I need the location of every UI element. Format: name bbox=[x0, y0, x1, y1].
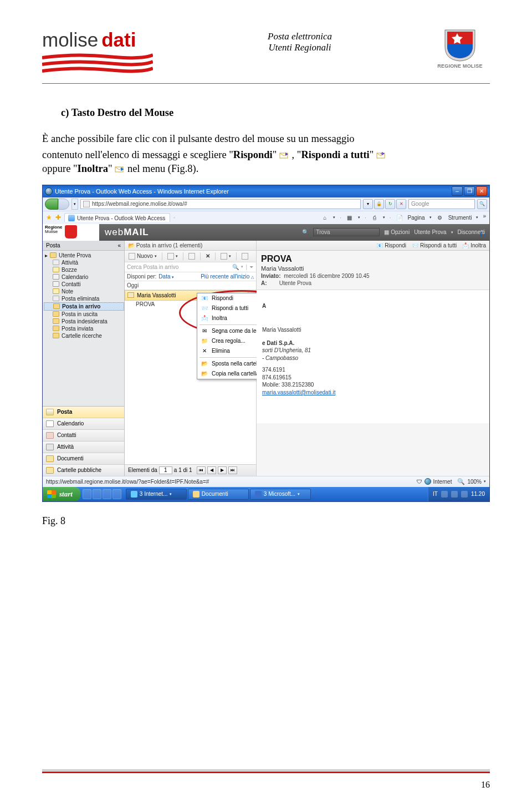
owa-brand-left: Regione Molise bbox=[43, 224, 99, 241]
user-menu[interactable]: Utente Prova bbox=[414, 229, 446, 235]
ql-4[interactable] bbox=[112, 489, 121, 499]
browser-tab[interactable]: Utente Prova - Outlook Web Access bbox=[64, 213, 170, 222]
zoom-control[interactable]: 🔍100%▾ bbox=[457, 478, 486, 485]
new-tab-button[interactable]: ▫ bbox=[173, 215, 175, 220]
page-icon bbox=[83, 201, 90, 207]
page-first[interactable]: ⏮ bbox=[197, 466, 206, 474]
tbtn-1[interactable]: ▾ bbox=[166, 252, 180, 260]
tray-icon-3[interactable] bbox=[461, 491, 468, 498]
list-search-row[interactable]: Cerca Posta in arrivo 🔍▾|⏷ bbox=[125, 262, 256, 272]
tree-inviata[interactable]: Posta inviata bbox=[44, 325, 124, 332]
search-go-button[interactable]: 🔍 bbox=[477, 199, 487, 209]
sort-by-date[interactable]: Data ▾ bbox=[158, 273, 174, 280]
page-from-input[interactable]: 1 bbox=[159, 466, 172, 474]
nav-cartelle-pubbliche[interactable]: Cartelle pubbliche bbox=[43, 464, 124, 476]
maximize-button[interactable]: ❐ bbox=[464, 186, 475, 196]
page-number: 16 bbox=[481, 780, 490, 790]
start-button[interactable]: start bbox=[43, 487, 80, 501]
trova-input[interactable]: Trova bbox=[313, 228, 380, 236]
tree-attivita[interactable]: Attività bbox=[44, 259, 124, 266]
tree-ricerche[interactable]: Cartelle ricerche bbox=[44, 332, 124, 339]
list-heading: 📂 Posta in arrivo (1 elementi) bbox=[125, 241, 256, 251]
back-button[interactable] bbox=[45, 199, 58, 210]
lang-indicator[interactable]: IT bbox=[433, 491, 438, 497]
task-word[interactable]: 3 Microsoft... ▾ bbox=[250, 489, 311, 500]
page-prev[interactable]: ◀ bbox=[207, 466, 216, 474]
nav-contatti[interactable]: Contatti bbox=[43, 429, 124, 441]
clock[interactable]: 11.20 bbox=[471, 491, 485, 497]
tree-contatti[interactable]: Contatti bbox=[44, 281, 124, 288]
brand-shield-icon bbox=[65, 225, 77, 238]
globe-icon bbox=[424, 478, 431, 485]
task-documents[interactable]: Documenti bbox=[188, 489, 249, 500]
stop-button[interactable]: ✕ bbox=[396, 199, 406, 209]
tree-root[interactable]: ▸Utente Prova bbox=[44, 252, 124, 259]
tree-eliminata[interactable]: Posta eliminata bbox=[44, 295, 124, 302]
webmail-logo: webMAIL bbox=[99, 227, 302, 238]
sort-order[interactable]: Più recente all'inizio △ bbox=[201, 273, 254, 280]
ssl-lock-icon: 🔒 bbox=[374, 199, 384, 209]
sort-row: Disponi per: Data ▾ Più recente all'iniz… bbox=[125, 272, 256, 281]
page-menu[interactable]: Pagina bbox=[408, 215, 425, 221]
new-button[interactable]: Nuovo ▾ bbox=[127, 252, 158, 260]
nav-calendario[interactable]: Calendario bbox=[43, 418, 124, 429]
tree-uscita[interactable]: Posta in uscita bbox=[44, 311, 124, 318]
task-ie[interactable]: 3 Internet... ▾ bbox=[126, 489, 187, 500]
page-last[interactable]: ⏭ bbox=[228, 466, 237, 474]
tbtn-4[interactable] bbox=[240, 252, 250, 260]
page-menu-icon[interactable]: 📄 bbox=[396, 214, 403, 221]
tray-icon-2[interactable] bbox=[451, 491, 458, 498]
paragraph-line-2: contenuto nell'elenco di messaggi e sceg… bbox=[42, 148, 490, 162]
nav-attivita[interactable]: Attività bbox=[43, 441, 124, 453]
tray-icon-1[interactable] bbox=[441, 491, 448, 498]
svg-rect-4 bbox=[42, 772, 490, 773]
pane-forward[interactable]: 📩 Inoltra bbox=[462, 242, 486, 248]
search-engine-box[interactable]: Google bbox=[408, 199, 475, 209]
tbtn-3[interactable]: ▾ bbox=[219, 252, 233, 260]
help-icon[interactable]: ℹ ▾ bbox=[480, 231, 486, 238]
tree-note[interactable]: Note bbox=[44, 288, 124, 295]
mail-icon bbox=[127, 292, 134, 298]
page-next[interactable]: ▶ bbox=[218, 466, 227, 474]
ql-2[interactable] bbox=[93, 489, 101, 499]
tree-inbox[interactable]: Posta in arrivo bbox=[44, 302, 124, 311]
tree-indesiderata[interactable]: Posta indesiderata bbox=[44, 318, 124, 325]
favorites-icon[interactable]: ★ bbox=[46, 214, 52, 221]
pane-reply[interactable]: 📧 Rispondi bbox=[376, 242, 406, 248]
paging-bar: Elementi da 1 a 1 di 1 ⏮ ◀ ▶ ⏭ bbox=[125, 464, 256, 476]
system-tray: IT 11.20 bbox=[428, 487, 489, 501]
nav-documenti[interactable]: Documenti bbox=[43, 453, 124, 464]
ie-window: Utente Prova - Outlook Web Access - Wind… bbox=[42, 185, 490, 502]
tools-menu[interactable]: Strumenti bbox=[448, 215, 472, 221]
nav-history-dropdown[interactable]: ▾ bbox=[71, 199, 78, 210]
address-bar[interactable]: https://webmail.regione.molise.it/owa/# bbox=[80, 199, 361, 209]
sidebar-collapse[interactable]: « bbox=[117, 242, 121, 248]
delete-button[interactable]: ✕ bbox=[204, 252, 212, 260]
nav-posta[interactable]: Posta bbox=[43, 407, 124, 418]
tabs-bar: ★ ✚ Utente Prova - Outlook Web Access ▫ … bbox=[43, 211, 489, 224]
search-icon[interactable]: 🔍 bbox=[302, 229, 309, 235]
status-bar: https://webmail.regione.molise.it/owa/?a… bbox=[43, 476, 489, 487]
tree-calendario[interactable]: Calendario bbox=[44, 273, 124, 281]
status-url: https://webmail.regione.molise.it/owa/?a… bbox=[46, 479, 209, 485]
home-icon[interactable]: ⌂ bbox=[321, 214, 329, 221]
forward-button[interactable] bbox=[58, 199, 69, 210]
close-button[interactable]: ✕ bbox=[476, 186, 487, 196]
refresh-button[interactable]: ↻ bbox=[385, 199, 395, 209]
add-favorite-icon[interactable]: ✚ bbox=[55, 214, 61, 221]
pane-reply-all[interactable]: 📨 Rispondi a tutti bbox=[412, 242, 457, 248]
address-dropdown[interactable]: ▾ bbox=[363, 199, 373, 209]
windows-taskbar: start 3 Internet... ▾ Documenti 3 Micros… bbox=[43, 487, 489, 501]
email-link[interactable]: maria.vassalotti@molisedati.it bbox=[262, 389, 335, 395]
tree-bozze[interactable]: Bozze bbox=[44, 266, 124, 273]
ql-ie[interactable] bbox=[83, 489, 91, 499]
print-icon[interactable]: ⎙ bbox=[371, 214, 378, 221]
feeds-icon[interactable]: ▦ bbox=[346, 214, 354, 221]
tools-icon[interactable]: ⚙ bbox=[436, 214, 444, 221]
minimize-button[interactable]: – bbox=[452, 186, 463, 196]
options-link[interactable]: ▦ Opzioni bbox=[384, 229, 410, 235]
paragraph-line-3: oppure "Inoltra" nel menu (Fig.8). bbox=[42, 162, 490, 176]
svg-rect-3 bbox=[42, 769, 490, 771]
ql-3[interactable] bbox=[103, 489, 111, 499]
tbtn-2[interactable] bbox=[187, 252, 197, 260]
